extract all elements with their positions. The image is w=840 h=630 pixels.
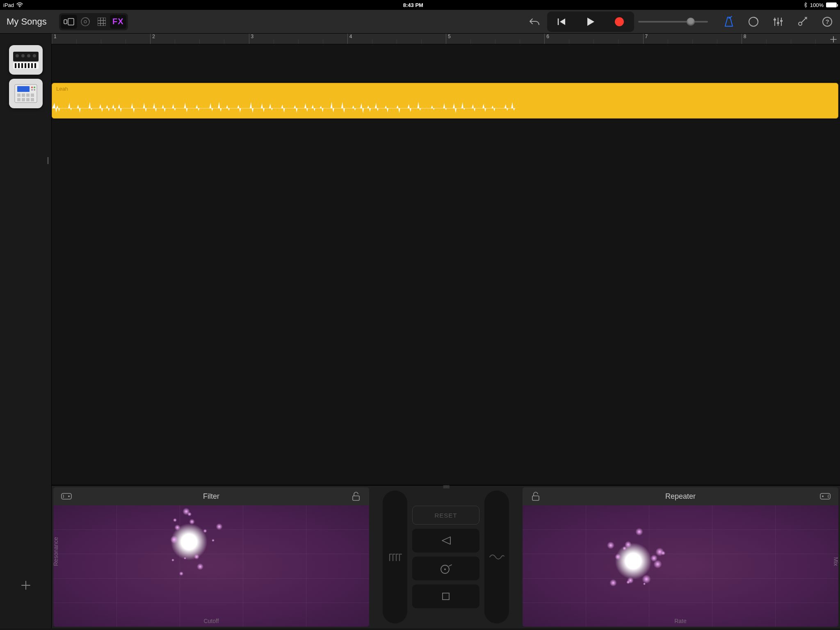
scratch-button[interactable]: [412, 557, 479, 580]
track-1-lane[interactable]: [52, 44, 840, 82]
grid-view-button[interactable]: [94, 15, 110, 29]
svg-point-22: [21, 54, 25, 57]
bluetooth-icon: [803, 2, 808, 8]
svg-point-21: [16, 54, 19, 57]
device-label: iPad: [3, 2, 14, 8]
loop-browser-button[interactable]: [745, 13, 762, 30]
region-label: Leah: [56, 86, 68, 92]
battery-percent: 100%: [810, 2, 824, 8]
svg-rect-18: [28, 63, 30, 68]
svg-point-0: [19, 7, 20, 7]
live-loops-button[interactable]: [77, 15, 94, 29]
ruler-bar-marker: 2: [150, 34, 155, 44]
svg-rect-47: [820, 493, 830, 499]
master-volume-slider[interactable]: [638, 21, 708, 23]
waveform-icon: [52, 102, 516, 114]
svg-rect-14: [15, 63, 16, 68]
track-2-header[interactable]: [9, 79, 43, 108]
svg-rect-45: [443, 593, 449, 600]
track-1-header[interactable]: [9, 45, 43, 75]
svg-rect-26: [17, 86, 30, 92]
fx-left-x-axis: Cutoff: [203, 618, 219, 624]
ruler[interactable]: 12345678: [52, 34, 840, 44]
play-button[interactable]: [578, 13, 604, 30]
svg-rect-1: [64, 20, 67, 24]
record-icon: [615, 17, 624, 26]
svg-point-23: [27, 54, 30, 57]
help-button[interactable]: ?: [819, 13, 836, 30]
svg-point-44: [444, 568, 446, 570]
fx-right-select-button[interactable]: [812, 491, 838, 501]
fx-left-y-axis: Resonance: [53, 537, 59, 566]
svg-point-41: [68, 495, 70, 497]
fx-right-x-axis: Rate: [674, 618, 687, 624]
svg-rect-2: [68, 18, 74, 25]
add-track-button[interactable]: [20, 579, 32, 591]
svg-rect-42: [353, 496, 359, 500]
tracks-area[interactable]: Leah: [52, 44, 840, 120]
svg-rect-7: [777, 22, 779, 24]
svg-rect-17: [25, 63, 26, 68]
fx-pad-left-section: Filter Resonance Cutoff: [53, 487, 369, 627]
svg-point-38: [34, 89, 35, 91]
svg-rect-27: [17, 94, 21, 97]
fx-panel: ≡≡ Filter Resonance Cutoff: [52, 485, 840, 628]
svg-rect-29: [26, 94, 30, 97]
add-section-button[interactable]: [829, 34, 838, 44]
svg-rect-28: [22, 94, 25, 97]
reverse-button[interactable]: [412, 529, 479, 552]
record-button[interactable]: [606, 13, 632, 30]
fx-pad-right[interactable]: Mix Rate: [523, 505, 838, 627]
wifi-icon: [16, 2, 23, 7]
svg-rect-34: [31, 98, 34, 101]
svg-point-48: [822, 495, 824, 497]
ruler-bar-marker: 8: [742, 34, 746, 44]
tracks-view-button[interactable]: [61, 15, 77, 29]
ruler-bar-marker: 3: [249, 34, 254, 44]
svg-point-37: [31, 89, 33, 91]
svg-rect-46: [532, 496, 539, 500]
svg-rect-33: [26, 98, 30, 101]
gyro-right-button[interactable]: [484, 491, 509, 623]
svg-text:?: ?: [825, 18, 829, 25]
svg-rect-31: [17, 98, 21, 101]
svg-point-36: [34, 87, 35, 88]
svg-point-4: [84, 21, 87, 23]
fx-left-lock-button[interactable]: [343, 491, 369, 501]
fx-right-lock-button[interactable]: [523, 491, 549, 501]
battery-icon: [826, 2, 837, 7]
ruler-bar-marker: 6: [544, 34, 549, 44]
panel-drag-handle-icon[interactable]: ≡≡: [443, 483, 449, 491]
mixer-button[interactable]: [769, 13, 787, 30]
fx-center-controls: RESET: [371, 486, 521, 628]
settings-button[interactable]: [794, 13, 811, 30]
my-songs-button[interactable]: My Songs: [7, 16, 47, 27]
fx-right-y-axis: Mix: [833, 557, 838, 566]
fx-left-select-button[interactable]: [53, 491, 80, 501]
track-header-column: |||: [0, 34, 52, 628]
undo-button[interactable]: [526, 13, 543, 30]
svg-rect-19: [31, 63, 33, 68]
transport-controls: [547, 11, 634, 32]
fx-right-name: Repeater: [549, 492, 812, 501]
ruler-bar-marker: 5: [446, 34, 451, 44]
fx-reset-button[interactable]: RESET: [412, 506, 479, 525]
metronome-button[interactable]: [720, 13, 737, 30]
svg-rect-40: [62, 493, 71, 499]
view-mode-segment: FX: [59, 13, 128, 30]
svg-point-24: [33, 54, 36, 57]
fx-pad-left[interactable]: Resonance Cutoff: [53, 505, 369, 627]
column-resize-grip[interactable]: |||: [47, 156, 48, 164]
fx-view-button[interactable]: FX: [110, 15, 126, 29]
status-bar: iPad 8:43 PM 100%: [0, 0, 840, 10]
stop-tape-button[interactable]: [412, 584, 479, 608]
audio-region[interactable]: Leah: [52, 83, 838, 119]
gyro-left-button[interactable]: [383, 491, 407, 623]
track-2-lane[interactable]: Leah: [52, 82, 840, 120]
fx-pad-right-section: Repeater Mix Rate: [523, 487, 838, 627]
timeline[interactable]: 12345678 Leah ≡≡: [52, 34, 840, 628]
main-toolbar: My Songs FX: [0, 10, 840, 34]
ruler-bar-marker: 1: [52, 34, 57, 44]
go-to-start-button[interactable]: [549, 13, 575, 30]
status-time: 8:43 PM: [403, 2, 423, 8]
